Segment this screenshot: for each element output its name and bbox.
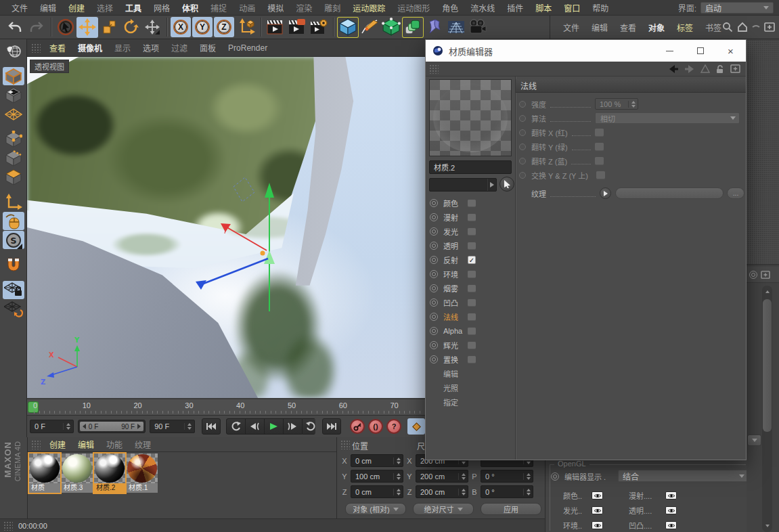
play-button[interactable] xyxy=(264,418,283,435)
channel-checkbox[interactable] xyxy=(468,327,476,335)
scrollbar-down-arrow[interactable] xyxy=(762,521,772,531)
menu-item-动画[interactable]: 动画 xyxy=(233,2,261,14)
channel-radio-icon[interactable] xyxy=(430,242,438,250)
add-panel-icon[interactable] xyxy=(761,271,770,279)
panel-grip[interactable] xyxy=(3,521,13,531)
target-icon[interactable] xyxy=(749,271,757,279)
generators-sweep-button[interactable] xyxy=(402,17,424,38)
interface-dropdown[interactable]: 启动 xyxy=(700,2,774,14)
eye-toggle-icon[interactable] xyxy=(665,491,677,500)
channel-radio-icon[interactable] xyxy=(430,284,438,292)
autokey-button[interactable]: () xyxy=(368,419,383,434)
spinner-icon[interactable] xyxy=(628,101,636,108)
channel-checkbox[interactable] xyxy=(468,341,476,349)
scrollbar-up-arrow[interactable] xyxy=(762,287,772,296)
next-key-button[interactable] xyxy=(283,418,302,435)
material-tile-材质.3[interactable]: 材质.3 xyxy=(62,453,93,493)
points-mode-button[interactable] xyxy=(3,130,24,148)
viewport-canvas[interactable]: Y X Z 透视视图 xyxy=(27,57,425,398)
animation-dot-icon[interactable] xyxy=(519,101,526,108)
viewport-solo-button[interactable] xyxy=(3,212,24,230)
apply-button[interactable]: 应用 xyxy=(481,503,541,515)
filter-icon[interactable] xyxy=(752,23,760,31)
viewport-menu-item-摄像机[interactable]: 摄像机 xyxy=(72,42,108,53)
forward-icon[interactable] xyxy=(684,64,695,74)
scale-tool[interactable] xyxy=(98,17,120,38)
menu-item-模拟[interactable]: 模拟 xyxy=(261,2,290,14)
record-key-button[interactable] xyxy=(350,419,365,434)
subdivision-surface-button[interactable] xyxy=(380,17,402,38)
live-selection-tool[interactable] xyxy=(55,17,76,38)
channel-row-透明[interactable]: 透明 xyxy=(426,238,514,252)
add-panel-icon[interactable] xyxy=(730,64,740,73)
size-mode-dropdown[interactable]: 绝对尺寸 xyxy=(413,503,474,515)
last-used-tool[interactable] xyxy=(141,17,163,38)
channel-mode-指定[interactable]: 指定 xyxy=(426,395,514,409)
coordinate-mode-dropdown[interactable]: 对象 (相对) xyxy=(345,503,406,515)
rotate-tool[interactable] xyxy=(120,17,141,38)
material-tile-材质[interactable]: 材质 xyxy=(29,453,60,493)
coordinate-system-button[interactable] xyxy=(236,17,257,38)
channel-checkbox[interactable] xyxy=(468,298,476,307)
menu-item-窗口[interactable]: 窗口 xyxy=(558,2,586,14)
scrollbar-thumb[interactable] xyxy=(763,299,772,432)
channel-radio-icon[interactable] xyxy=(430,341,438,349)
menu-item-工具[interactable]: 工具 xyxy=(119,2,148,14)
make-editable-button[interactable] xyxy=(3,42,24,60)
viewport-menu-item-显示[interactable]: 显示 xyxy=(108,42,137,53)
workplane-mode-button[interactable] xyxy=(3,105,24,123)
position-z-field[interactable]: 0 cm xyxy=(351,485,403,498)
menu-item-雕刻[interactable]: 雕刻 xyxy=(318,2,347,14)
channel-row-烟雾[interactable]: 烟雾 xyxy=(426,281,514,295)
preset-dropdown-button[interactable] xyxy=(747,435,761,446)
material-menu-item-创建[interactable]: 创建 xyxy=(43,439,72,450)
animation-dot-icon[interactable] xyxy=(519,158,526,164)
animation-dot-icon[interactable] xyxy=(551,472,559,481)
spin-down-icon[interactable] xyxy=(631,105,636,108)
go-to-end-button[interactable] xyxy=(322,418,341,435)
object-manager-menu-item-标签[interactable]: 标签 xyxy=(671,22,699,33)
move-tool[interactable] xyxy=(76,17,98,38)
close-button[interactable]: × xyxy=(715,40,746,62)
z-axis-lock-button[interactable]: Z xyxy=(214,17,234,37)
position-x-field[interactable]: 0 cm xyxy=(351,454,403,467)
animation-dot-icon[interactable] xyxy=(519,115,526,122)
menu-item-选择[interactable]: 选择 xyxy=(91,2,119,14)
channel-row-漫射[interactable]: 漫射 xyxy=(426,210,514,224)
texture-browse-button[interactable]: ... xyxy=(727,187,744,199)
animation-dot-icon[interactable] xyxy=(519,143,526,150)
rotation-p-field[interactable]: 0 ° xyxy=(481,470,533,483)
eye-toggle-icon[interactable] xyxy=(665,506,677,514)
setting-checkbox[interactable] xyxy=(595,128,604,137)
polygons-mode-button[interactable] xyxy=(3,168,24,186)
play-backward-loop-button[interactable] xyxy=(226,418,245,435)
frame-range-slider[interactable]: 0 F90 F xyxy=(78,420,146,433)
setting-checkbox[interactable] xyxy=(596,171,605,179)
channel-row-法线[interactable]: 法线 xyxy=(426,309,514,324)
channel-row-环境[interactable]: 环境 xyxy=(426,267,514,281)
animation-dot-icon[interactable] xyxy=(519,129,526,136)
redo-button[interactable] xyxy=(26,17,47,38)
render-view-button[interactable] xyxy=(265,17,286,38)
workplane-lock-button[interactable] xyxy=(3,281,24,299)
texture-mode-button[interactable] xyxy=(3,86,24,104)
material-tile-材质.1[interactable]: 材质.1 xyxy=(127,453,158,493)
snap-s-button[interactable]: S xyxy=(3,231,24,249)
viewport-menu-item-面板[interactable]: 面板 xyxy=(194,42,222,53)
search-icon[interactable] xyxy=(722,22,733,32)
texture-path-field[interactable] xyxy=(615,187,724,199)
menu-item-插件[interactable]: 插件 xyxy=(501,2,529,14)
channel-radio-icon[interactable] xyxy=(430,256,438,264)
object-manager-menu-item-文件[interactable]: 文件 xyxy=(557,22,585,33)
material-preview[interactable] xyxy=(429,79,512,156)
channel-row-凹凸[interactable]: 凹凸 xyxy=(426,295,514,309)
add-spline-pen-button[interactable] xyxy=(359,17,380,38)
x-axis-lock-button[interactable]: X xyxy=(171,17,191,37)
model-mode-button[interactable] xyxy=(3,67,24,85)
viewport-menu-item-选项[interactable]: 选项 xyxy=(137,42,165,53)
render-settings-button[interactable] xyxy=(308,17,330,38)
previous-key-button[interactable] xyxy=(245,418,264,435)
texture-expand-button[interactable] xyxy=(600,187,611,199)
up-icon[interactable] xyxy=(700,64,710,73)
shader-quick-field[interactable] xyxy=(429,178,497,192)
